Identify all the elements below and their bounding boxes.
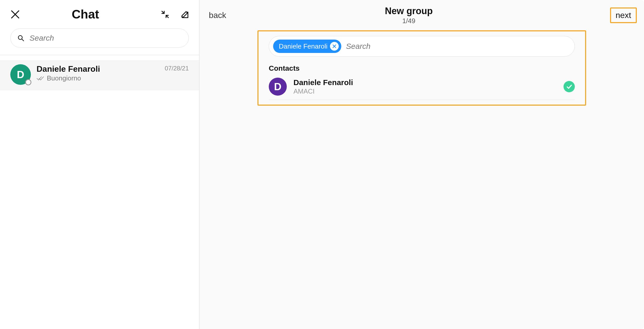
- chip-remove-button[interactable]: [330, 42, 339, 51]
- contact-row[interactable]: D Daniele Fenaroli AMACI: [269, 75, 575, 100]
- chip-label: Daniele Fenaroli: [279, 42, 327, 50]
- selected-chip: Daniele Fenaroli: [273, 40, 341, 53]
- sidebar-actions: [160, 9, 190, 20]
- page-title: New group: [208, 6, 610, 16]
- sidebar-title: Chat: [17, 7, 154, 21]
- collapse-icon: [160, 10, 170, 19]
- contact-subtitle: AMACI: [293, 87, 557, 95]
- avatar: D: [10, 64, 31, 85]
- close-icon: [332, 44, 337, 49]
- avatar: D: [269, 78, 287, 96]
- compose-button[interactable]: [180, 9, 190, 20]
- chat-row[interactable]: D Daniele Fenaroli Buongiorno 07/28/21: [0, 60, 199, 90]
- compose-icon: [180, 10, 189, 19]
- svg-point-4: [18, 35, 22, 39]
- chat-preview-text: Buongiorno: [47, 74, 81, 82]
- next-button[interactable]: next: [610, 7, 637, 23]
- member-search[interactable]: Daniele Fenaroli: [269, 36, 575, 57]
- avatar-initial: D: [274, 81, 282, 93]
- header-center: New group 1/49: [208, 6, 610, 25]
- contact-text: Daniele Fenaroli AMACI: [293, 78, 557, 95]
- panel-body: Daniele Fenaroli Contacts D: [200, 30, 644, 329]
- sidebar-header: Chat: [0, 0, 199, 24]
- chat-list: D Daniele Fenaroli Buongiorno 07/28/21: [0, 55, 199, 329]
- sidebar-search-input[interactable]: [29, 33, 182, 43]
- contacts-heading: Contacts: [269, 64, 575, 72]
- svg-line-5: [22, 39, 24, 41]
- chat-date: 07/28/21: [165, 64, 189, 72]
- member-search-input[interactable]: [345, 42, 570, 51]
- selection-count: 1/49: [208, 17, 610, 25]
- read-receipt-icon: [37, 76, 45, 81]
- selected-indicator: [564, 81, 575, 92]
- app-root: Chat: [0, 0, 644, 329]
- sidebar-search-wrap: [0, 24, 199, 55]
- presence-indicator: [25, 79, 31, 85]
- sidebar-search[interactable]: [10, 29, 189, 48]
- search-icon: [17, 34, 24, 42]
- chat-preview: Buongiorno: [37, 74, 159, 82]
- check-icon: [566, 83, 573, 90]
- main-header: back New group 1/49 next: [200, 0, 644, 30]
- avatar-initial: D: [17, 69, 24, 80]
- sidebar: Chat: [0, 0, 200, 329]
- collapse-button[interactable]: [160, 9, 170, 20]
- chat-name: Daniele Fenaroli: [37, 64, 159, 74]
- chat-row-main: Daniele Fenaroli Buongiorno: [37, 64, 159, 82]
- contact-name: Daniele Fenaroli: [293, 78, 557, 87]
- contact-selection-area: Daniele Fenaroli Contacts D: [257, 30, 586, 106]
- main-panel: back New group 1/49 next Daniele Fenarol…: [200, 0, 644, 329]
